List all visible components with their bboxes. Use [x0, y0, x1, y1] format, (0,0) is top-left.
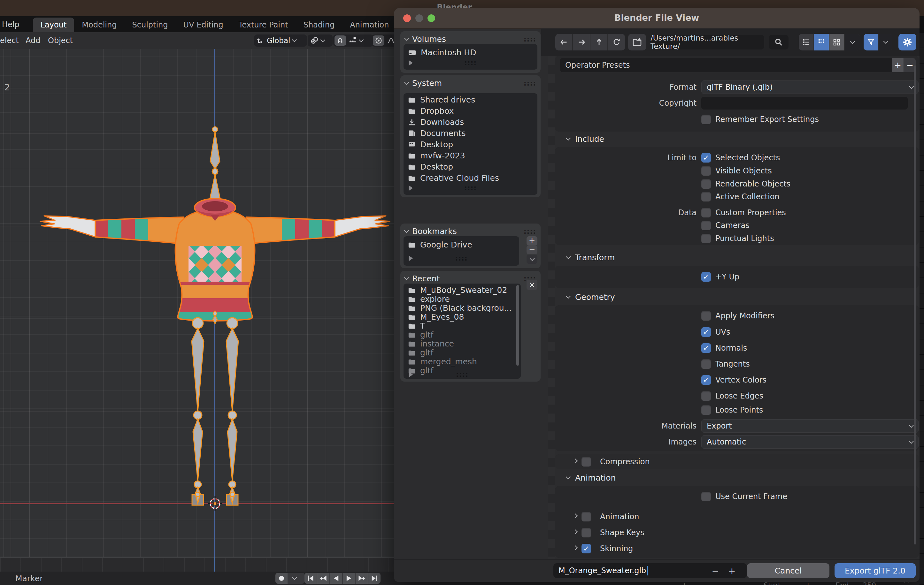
checkbox-loose-points[interactable] — [701, 405, 711, 415]
list-item[interactable]: merged_mesh — [408, 357, 477, 366]
decrement-button[interactable]: − — [711, 566, 719, 576]
list-item[interactable]: Desktop — [408, 162, 453, 171]
materials-dropdown[interactable]: Export — [701, 419, 919, 433]
proportional-editing-icon[interactable] — [373, 35, 384, 46]
section-animation[interactable]: Animation — [566, 470, 918, 485]
create-directory-button[interactable] — [628, 34, 646, 51]
subpanel-shape-keys[interactable]: Shape Keys — [574, 526, 893, 539]
checkbox-active-collection[interactable] — [701, 192, 711, 201]
view-list-button[interactable] — [799, 34, 814, 51]
checkbox-animation[interactable] — [581, 512, 591, 521]
section-geometry[interactable]: Geometry — [566, 290, 918, 304]
recent-scrollbar[interactable] — [516, 285, 519, 366]
forward-button[interactable] — [573, 34, 591, 51]
checkbox-visible-objects[interactable] — [701, 166, 711, 176]
play-reverse-button[interactable] — [330, 573, 342, 584]
refresh-button[interactable] — [608, 34, 625, 51]
increment-button[interactable]: + — [728, 566, 736, 576]
subpanel-compression[interactable]: Compression — [574, 455, 893, 468]
checkbox-skinning[interactable]: ✓ — [581, 544, 591, 554]
tab-texture-paint[interactable]: Texture Paint — [231, 18, 296, 32]
tab-shading[interactable]: Shading — [296, 18, 343, 32]
timeline-playhead[interactable] — [214, 557, 215, 572]
list-item[interactable]: gltf — [408, 348, 433, 357]
auto-keying-controls[interactable] — [276, 573, 305, 584]
menu-add[interactable]: Add — [26, 36, 40, 45]
path-field[interactable]: /Users/martins...arables Texture/ — [650, 35, 764, 49]
add-bookmark-button[interactable]: + — [526, 236, 538, 245]
list-item[interactable]: M_uBody_Sweater_02 — [408, 285, 507, 295]
checkbox-cameras[interactable] — [701, 221, 711, 230]
options-scrollbar[interactable] — [914, 66, 916, 544]
tab-uv-editing[interactable]: UV Editing — [176, 18, 231, 32]
tab-animation[interactable]: Animation — [342, 18, 396, 32]
tab-layout[interactable]: Layout — [33, 18, 74, 32]
checkbox-vertex-colors[interactable]: ✓ — [701, 375, 711, 385]
checkbox-custom-properties[interactable] — [701, 208, 711, 218]
clear-recent-button[interactable]: × — [526, 280, 538, 290]
transform-orientation-dropdown[interactable]: Global — [254, 35, 307, 47]
list-item[interactable]: M_Eyes_08 — [408, 312, 464, 321]
up-button[interactable] — [591, 34, 608, 51]
section-transform[interactable]: Transform — [566, 250, 918, 265]
checkbox-use-current-frame[interactable] — [701, 492, 711, 501]
checkbox-punctual-lights[interactable] — [701, 234, 711, 243]
character-model[interactable] — [26, 121, 399, 527]
checkbox-uvs[interactable]: ✓ — [701, 327, 711, 337]
preset-add-button[interactable]: + — [892, 58, 904, 72]
operator-presets-dropdown[interactable]: Operator Presets — [560, 58, 902, 72]
checkbox-apply-modifiers[interactable] — [701, 311, 711, 321]
list-item[interactable]: instance — [408, 339, 454, 348]
settings-toggle-button[interactable] — [898, 34, 916, 51]
list-item[interactable]: PNG (Black backgrou... — [408, 303, 512, 313]
checkbox-y-up[interactable]: ✓ — [701, 272, 711, 282]
checkbox-renderable-objects[interactable] — [701, 179, 711, 189]
tab-modeling[interactable]: Modeling — [74, 18, 124, 32]
view-detail-button[interactable] — [814, 34, 830, 51]
view-thumbnail-button[interactable] — [830, 34, 845, 51]
checkbox-compression[interactable] — [581, 457, 591, 466]
checkbox-normals[interactable]: ✓ — [701, 343, 711, 353]
dialog-titlebar[interactable]: Blender File View — [394, 8, 919, 29]
display-options-dropdown[interactable] — [845, 34, 860, 51]
checkbox-shape-keys[interactable] — [581, 528, 591, 537]
checkbox-loose-edges[interactable] — [701, 391, 711, 401]
images-dropdown[interactable]: Automatic — [701, 435, 919, 449]
list-item[interactable]: Shared drives — [408, 95, 475, 104]
list-item-google-drive[interactable]: Google Drive — [408, 240, 472, 249]
snapping-controls[interactable] — [333, 35, 373, 47]
list-item[interactable]: Desktop — [408, 140, 453, 149]
tab-sculpting[interactable]: Sculpting — [124, 18, 175, 32]
list-item[interactable]: gltf — [408, 330, 433, 339]
checkbox-tangents[interactable] — [701, 359, 711, 369]
list-item[interactable]: T — [408, 321, 425, 331]
magnet-icon[interactable] — [335, 35, 346, 46]
play-button[interactable] — [343, 573, 355, 584]
remove-bookmark-button[interactable]: − — [526, 245, 538, 254]
copyright-field[interactable] — [701, 97, 908, 110]
menu-object[interactable]: Object — [48, 36, 73, 45]
pivot-point-dropdown[interactable] — [308, 35, 333, 47]
menu-select[interactable]: elect — [0, 36, 19, 45]
jump-to-end-button[interactable] — [368, 573, 381, 584]
format-dropdown[interactable]: glTF Binary (.glb) — [701, 81, 919, 94]
filter-button[interactable] — [864, 34, 879, 51]
list-item[interactable]: Downloads — [408, 117, 464, 127]
bookmark-options-button[interactable] — [526, 255, 538, 264]
list-item[interactable]: Creative Cloud Files — [408, 173, 499, 183]
subpanel-animation[interactable]: Animation — [574, 510, 893, 523]
search-button[interactable] — [769, 35, 789, 49]
subpanel-skinning[interactable]: ✓ Skinning — [574, 542, 893, 555]
export-button[interactable]: Export glTF 2.0 — [835, 563, 916, 578]
list-item[interactable]: explore — [408, 294, 450, 304]
filename-field[interactable]: M_Orange_Sweater.glb − + — [553, 563, 747, 578]
jump-to-start-button[interactable] — [305, 573, 317, 584]
list-item[interactable]: mvfw-2023 — [408, 151, 465, 160]
back-button[interactable] — [555, 34, 573, 51]
menu-help[interactable]: Help — [2, 20, 20, 29]
checkbox-selected-objects[interactable]: ✓ — [701, 153, 711, 163]
list-item-macintosh-hd[interactable]: Macintosh HD — [408, 48, 476, 57]
cancel-button[interactable]: Cancel — [747, 563, 830, 578]
list-item[interactable]: Documents — [408, 129, 466, 138]
checkbox-remember-export[interactable] — [701, 115, 711, 124]
